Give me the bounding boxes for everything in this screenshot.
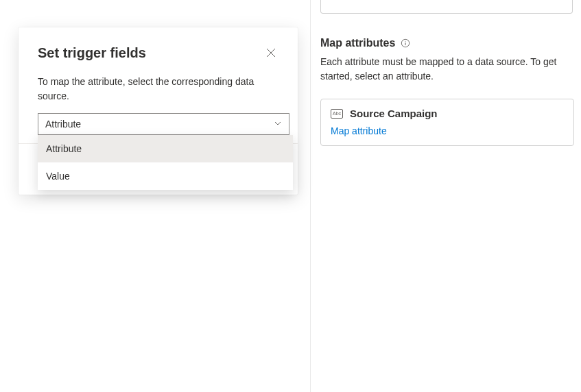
info-icon[interactable] (401, 38, 410, 48)
svg-point-2 (405, 41, 406, 42)
dialog-title: Set trigger fields (38, 45, 146, 61)
dropdown-option-attribute[interactable]: Attribute (38, 135, 293, 162)
section-title: Map attributes (320, 37, 395, 49)
dialog-header: Set trigger fields (38, 45, 278, 62)
section-header: Map attributes (320, 37, 574, 49)
map-attributes-panel: Map attributes Each attribute must be ma… (320, 0, 574, 146)
panel-divider (310, 0, 311, 392)
attribute-card-header: Abc Source Campaign (331, 108, 564, 119)
dropdown-selected-label: Attribute (45, 119, 81, 130)
dropdown-trigger[interactable]: Attribute (38, 113, 289, 135)
dropdown-option-value[interactable]: Value (38, 162, 293, 190)
section-description: Each attribute must be mapped to a data … (320, 55, 574, 84)
set-trigger-fields-dialog: Set trigger fields To map the attribute,… (19, 27, 298, 195)
dialog-description: To map the attribute, select the corresp… (38, 75, 278, 103)
text-type-icon: Abc (331, 109, 343, 119)
attribute-card-title: Source Campaign (350, 108, 438, 119)
chevron-down-icon (274, 119, 282, 130)
attribute-card[interactable]: Abc Source Campaign Map attribute (320, 99, 574, 146)
close-button[interactable] (263, 45, 278, 62)
close-icon (266, 48, 276, 60)
map-attribute-link[interactable]: Map attribute (331, 125, 387, 136)
dropdown-list: Attribute Value (38, 135, 293, 190)
callout-arrow (298, 130, 306, 143)
dialog-body: Set trigger fields To map the attribute,… (19, 27, 298, 143)
data-source-dropdown[interactable]: Attribute Attribute Value (38, 113, 289, 135)
